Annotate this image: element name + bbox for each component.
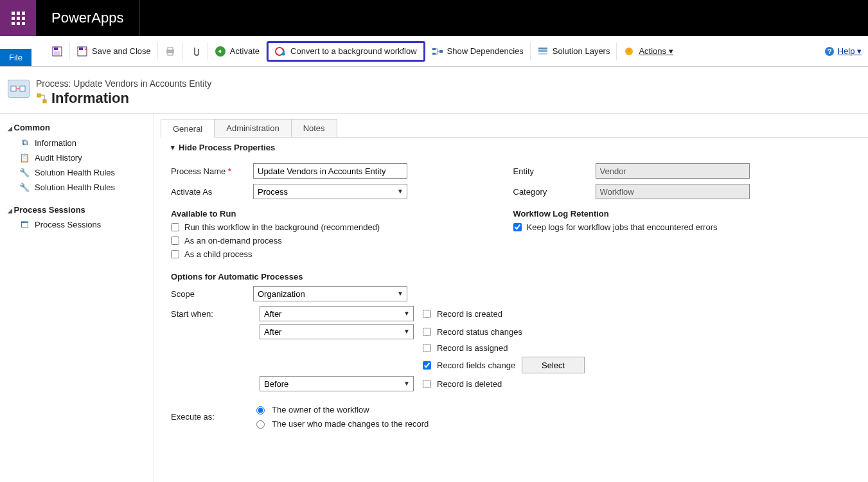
help-label: Help ▾ [838, 46, 862, 56]
convert-workflow-button[interactable]: Convert to a background workflow [267, 41, 425, 62]
trigger-status-checkbox[interactable] [423, 328, 431, 336]
tab-notes[interactable]: Notes [291, 119, 337, 137]
workflow-small-icon: ⧉ [19, 138, 30, 148]
exec-owner-label: The owner of the workflow [272, 405, 369, 415]
activate-button[interactable]: Activate [208, 42, 267, 60]
child-process-checkbox[interactable] [171, 250, 179, 258]
workflow-icon [36, 93, 48, 104]
hide-properties-toggle[interactable]: Hide Process Properties [171, 143, 868, 152]
process-name-input[interactable] [253, 163, 407, 179]
save-close-label: Save and Close [92, 46, 151, 56]
available-to-run-header: Available to Run [171, 209, 513, 219]
sidebar-item-label: Information [35, 138, 76, 148]
sidebar-item-label: Solution Health Rules [35, 168, 115, 177]
trigger-assigned-checkbox[interactable] [423, 344, 431, 352]
sidebar-item-information[interactable]: ⧉ Information [3, 135, 151, 150]
run-background-label: Run this workflow in the background (rec… [184, 222, 380, 232]
trigger-created-label: Record is created [437, 309, 502, 319]
sidebar-section-process-sessions[interactable]: Process Sessions [3, 202, 151, 217]
exec-user-label: The user who made changes to the record [272, 419, 429, 429]
sidebar-section-common[interactable]: Common [3, 120, 151, 135]
help-link[interactable]: ? Help ▾ [824, 46, 862, 57]
svg-rect-4 [79, 48, 83, 50]
process-icon [8, 80, 30, 98]
print-button[interactable] [158, 42, 183, 60]
sidebar: Common ⧉ Information 📋 Audit History 🔧 S… [0, 114, 154, 482]
exec-user-radio[interactable] [256, 420, 265, 429]
child-process-label: As a child process [184, 249, 252, 259]
tab-administration[interactable]: Administration [214, 119, 291, 137]
trigger-status-label: Record status changes [437, 327, 522, 337]
svg-rect-15 [538, 48, 547, 49]
exec-owner-radio[interactable] [256, 406, 265, 415]
page-title: Information [51, 90, 129, 107]
trigger-fields-checkbox[interactable] [423, 361, 431, 370]
trigger-created-checkbox[interactable] [423, 310, 431, 318]
save-and-close-button[interactable]: × Save and Close [70, 42, 158, 60]
sidebar-item-process-sessions[interactable]: 🗔 Process Sessions [3, 217, 151, 232]
start-when-select-3[interactable]: Before [260, 376, 414, 391]
app-launcher[interactable] [0, 0, 36, 36]
actions-icon [623, 46, 635, 57]
save-icon-button[interactable] [45, 42, 70, 60]
breadcrumb: Process: Update Vendors in Accounts Enti… [36, 78, 211, 89]
start-when-select-2[interactable]: After [260, 324, 414, 339]
keep-logs-checkbox[interactable] [513, 223, 522, 231]
save-icon [51, 46, 63, 57]
svg-rect-17 [538, 53, 547, 55]
sidebar-item-solution-health-1[interactable]: 🔧 Solution Health Rules [3, 165, 151, 180]
svg-rect-14 [439, 50, 443, 53]
actions-label: Actions ▾ [639, 46, 673, 56]
deps-label: Show Dependencies [447, 46, 524, 56]
activate-label: Activate [230, 46, 260, 56]
process-name-label: Process Name [171, 166, 253, 176]
options-header: Options for Automatic Processes [171, 272, 868, 281]
tab-general[interactable]: General [161, 120, 215, 138]
file-button[interactable]: File [0, 49, 31, 66]
scope-label: Scope [171, 289, 253, 299]
layers-icon [537, 46, 549, 57]
start-when-label: Start when: [171, 309, 253, 319]
svg-rect-13 [432, 53, 436, 55]
attach-button[interactable] [183, 42, 208, 60]
svg-point-11 [282, 52, 285, 55]
start-when-select-1[interactable]: After [260, 306, 414, 321]
help-icon: ? [824, 46, 835, 57]
svg-rect-22 [20, 86, 25, 91]
category-label: Category [513, 187, 596, 197]
trigger-deleted-checkbox[interactable] [423, 380, 431, 388]
convert-label: Convert to a background workflow [290, 46, 417, 56]
svg-rect-2 [54, 51, 60, 55]
solution-layers-button[interactable]: Solution Layers [531, 42, 617, 60]
layers-label: Solution Layers [553, 46, 610, 56]
on-demand-checkbox[interactable] [171, 237, 179, 245]
trigger-fields-label: Record fields change [437, 361, 515, 370]
save-close-icon: × [76, 46, 88, 57]
health-icon: 🔧 [19, 183, 30, 192]
dependencies-icon [432, 46, 443, 57]
trigger-assigned-label: Record is assigned [437, 343, 508, 353]
paperclip-icon [190, 46, 201, 57]
convert-icon [275, 46, 287, 57]
waffle-icon [12, 12, 25, 25]
sidebar-item-solution-health-2[interactable]: 🔧 Solution Health Rules [3, 180, 151, 195]
scope-select[interactable]: Organization [253, 286, 407, 301]
svg-rect-23 [37, 94, 40, 97]
svg-rect-16 [538, 50, 547, 52]
svg-rect-7 [168, 48, 173, 50]
actions-menu[interactable]: Actions ▾ [617, 42, 679, 60]
activate-as-label: Activate As [171, 187, 253, 197]
sessions-icon: 🗔 [19, 220, 30, 229]
sidebar-item-label: Process Sessions [35, 220, 101, 229]
svg-rect-1 [54, 48, 58, 50]
activate-as-select[interactable]: Process [253, 184, 407, 199]
sidebar-item-audit-history[interactable]: 📋 Audit History [3, 150, 151, 165]
activate-icon [215, 46, 226, 57]
run-background-checkbox[interactable] [171, 223, 179, 231]
svg-text:?: ? [827, 48, 831, 55]
select-fields-button[interactable]: Select [522, 357, 585, 373]
show-dependencies-button[interactable]: Show Dependencies [425, 42, 531, 60]
svg-rect-21 [11, 86, 16, 91]
entity-field [596, 163, 750, 179]
on-demand-label: As an on-demand process [184, 236, 282, 245]
